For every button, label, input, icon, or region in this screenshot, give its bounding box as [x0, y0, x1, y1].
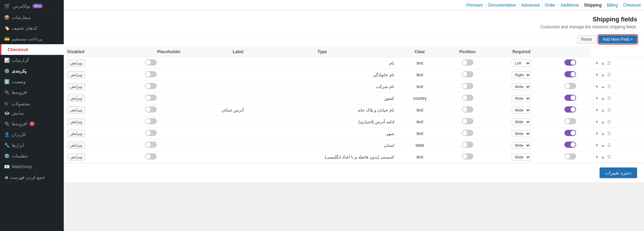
move-up-button[interactable]: ▲: [600, 154, 606, 160]
disabled-toggle[interactable]: [145, 106, 157, 113]
topnav-advanced[interactable]: Advanced: [521, 3, 540, 8]
topnav-shipping[interactable]: Shipping: [584, 3, 602, 8]
drag-handle[interactable]: ☰: [606, 60, 612, 66]
edit-button[interactable]: ویرایش: [67, 71, 85, 78]
sidebar-item-reports[interactable]: 📊 گزارشات: [0, 55, 64, 66]
topnav-additional[interactable]: Additional: [561, 3, 579, 8]
topnav-checkout[interactable]: Checkout: [623, 3, 641, 8]
edit-button[interactable]: ویرایش: [67, 142, 85, 149]
save-button[interactable]: ذخیره تغییرات: [600, 167, 637, 178]
clear-toggle[interactable]: [462, 83, 473, 89]
drag-handle[interactable]: ☰: [606, 95, 612, 102]
disabled-toggle[interactable]: [145, 153, 157, 160]
disabled-toggle[interactable]: [145, 142, 157, 148]
sidebar-item-status[interactable]: ℹ️ وضعیت: [0, 76, 64, 87]
move-down-button[interactable]: ▼: [594, 107, 600, 113]
drag-handle[interactable]: ☰: [606, 72, 612, 78]
edit-button[interactable]: ویرایش: [67, 130, 85, 137]
clear-toggle[interactable]: [462, 153, 473, 160]
required-toggle[interactable]: [564, 142, 576, 148]
required-toggle[interactable]: [564, 130, 576, 136]
move-down-button[interactable]: ▼: [594, 131, 600, 137]
required-toggle[interactable]: [564, 153, 576, 160]
reset-button[interactable]: Reset: [577, 35, 595, 44]
disabled-toggle[interactable]: [145, 95, 157, 101]
topnav-premium[interactable]: Premium: [467, 3, 483, 8]
required-toggle[interactable]: [564, 71, 576, 77]
drag-handle[interactable]: ☰: [606, 119, 612, 125]
move-down-button[interactable]: ▼: [594, 72, 600, 78]
topnav-billing[interactable]: Billing: [607, 3, 618, 8]
disabled-toggle[interactable]: [145, 59, 157, 66]
panel-header: Shipping fields .Customize and manage th…: [64, 10, 644, 32]
edit-button[interactable]: ویرایش: [67, 95, 85, 102]
position-select[interactable]: LeftRightWide: [512, 60, 531, 67]
required-toggle[interactable]: [564, 95, 576, 101]
sidebar-item-extensions[interactable]: 🔌 افزونه‌ها: [0, 87, 64, 98]
required-toggle[interactable]: [564, 59, 576, 66]
clear-toggle[interactable]: [462, 118, 473, 124]
topnav-documentation[interactable]: Documentation: [488, 3, 516, 8]
move-down-button[interactable]: ▼: [594, 60, 600, 66]
clear-toggle[interactable]: [462, 142, 473, 148]
disabled-toggle[interactable]: [145, 83, 157, 89]
edit-button[interactable]: ویرایش: [67, 153, 85, 161]
clear-toggle[interactable]: [462, 59, 473, 66]
edit-button[interactable]: ویرایش: [67, 59, 85, 67]
drag-handle[interactable]: ☰: [606, 107, 612, 113]
add-new-field-button[interactable]: Add New Field +: [599, 35, 637, 44]
disabled-toggle[interactable]: [145, 118, 157, 124]
sidebar-item-mailchimp[interactable]: 📧 Mailchimp: [0, 161, 64, 172]
sidebar-item-plugins[interactable]: 🔌 افزونه‌ها 1: [0, 118, 64, 129]
required-toggle[interactable]: [564, 118, 576, 124]
disabled-toggle[interactable]: [145, 130, 157, 136]
cell-actions: ▼▲☰: [591, 57, 644, 69]
move-up-button[interactable]: ▲: [600, 131, 606, 137]
position-select[interactable]: LeftRightWide: [512, 71, 531, 78]
disabled-toggle[interactable]: [145, 71, 157, 77]
sidebar-item-checkout[interactable]: Checkout: [0, 44, 64, 55]
sidebar-item-coupons[interactable]: 🏷️ کدهای تخفیف: [0, 23, 64, 33]
required-toggle[interactable]: [564, 106, 576, 113]
move-down-button[interactable]: ▼: [594, 84, 600, 90]
clear-toggle[interactable]: [462, 71, 473, 77]
move-up-button[interactable]: ▲: [600, 84, 606, 90]
sidebar-item-users[interactable]: 👤 کاربران: [0, 129, 64, 140]
sidebar-item-settings[interactable]: ⚙️ تنظیمات: [0, 151, 64, 161]
sidebar-item-payments[interactable]: 💳 پرداخت مستقیم: [0, 33, 64, 44]
move-up-button[interactable]: ▲: [600, 107, 606, 113]
sidebar-item-orders[interactable]: 📦 سفارشات: [0, 12, 64, 23]
sidebar-item-appearance[interactable]: 👁️ نمایش: [0, 108, 64, 118]
clear-toggle[interactable]: [462, 95, 473, 101]
drag-handle[interactable]: ☰: [606, 154, 612, 160]
position-select[interactable]: LeftRightWide: [512, 95, 531, 102]
edit-button[interactable]: ویرایش: [67, 83, 85, 90]
position-select[interactable]: LeftRightWide: [512, 83, 531, 90]
move-down-button[interactable]: ▼: [594, 142, 600, 148]
sidebar-item-config[interactable]: ⚙️ پکربندی: [0, 66, 64, 76]
drag-handle[interactable]: ☰: [606, 131, 612, 137]
position-select[interactable]: LeftRightWide: [512, 107, 531, 114]
clear-toggle[interactable]: [462, 130, 473, 136]
position-select[interactable]: LeftRightWide: [512, 142, 531, 149]
move-up-button[interactable]: ▲: [600, 119, 606, 125]
position-select[interactable]: LeftRightWide: [512, 118, 531, 125]
move-up-button[interactable]: ▲: [600, 60, 606, 66]
position-select[interactable]: LeftRightWide: [512, 154, 531, 161]
position-select[interactable]: LeftRightWide: [512, 130, 531, 137]
clear-toggle[interactable]: [462, 106, 473, 113]
sidebar-item-tools[interactable]: 🔧 ابزارها: [0, 140, 64, 151]
sidebar-item-collapse[interactable]: ◀ جمع کردن فهرست: [0, 172, 64, 183]
drag-handle[interactable]: ☰: [606, 84, 612, 90]
move-down-button[interactable]: ▼: [594, 95, 600, 102]
topnav-order[interactable]: Order: [545, 3, 555, 8]
drag-handle[interactable]: ☰: [606, 142, 612, 148]
move-up-button[interactable]: ▲: [600, 72, 606, 78]
required-toggle[interactable]: [564, 83, 576, 89]
edit-button[interactable]: ویرایش: [67, 106, 85, 114]
edit-button[interactable]: ویرایش: [67, 118, 85, 125]
move-down-button[interactable]: ▼: [594, 119, 600, 125]
move-down-button[interactable]: ▼: [594, 154, 600, 160]
move-up-button[interactable]: ▲: [600, 142, 606, 148]
move-up-button[interactable]: ▲: [600, 95, 606, 102]
